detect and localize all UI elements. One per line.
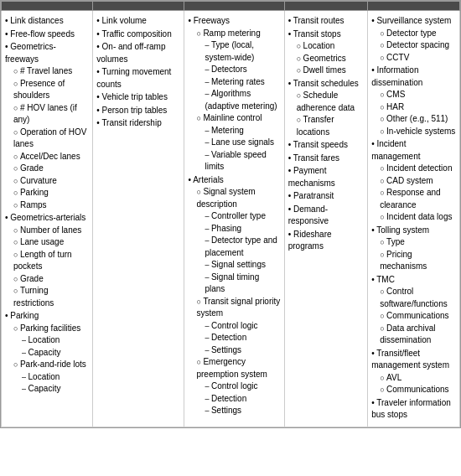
header-transit [284,2,367,11]
its-cell: Surveillance systemDetector typeDetector… [368,11,460,427]
header-traffic [184,2,284,11]
table-row: Link distancesFree-flow speedsGeometrics… [2,11,460,427]
traffic-cell: FreewaysRamp meteringType (local, system… [184,11,284,427]
main-table: Link distancesFree-flow speedsGeometrics… [0,0,461,428]
header-its [368,2,460,11]
header-network [2,2,93,11]
travel-cell: Link volumeTraffic compositionOn- and of… [93,11,184,427]
header-travel [93,2,184,11]
network-cell: Link distancesFree-flow speedsGeometrics… [2,11,93,427]
transit-cell: Transit routesTransit stopsLocationGeome… [284,11,367,427]
